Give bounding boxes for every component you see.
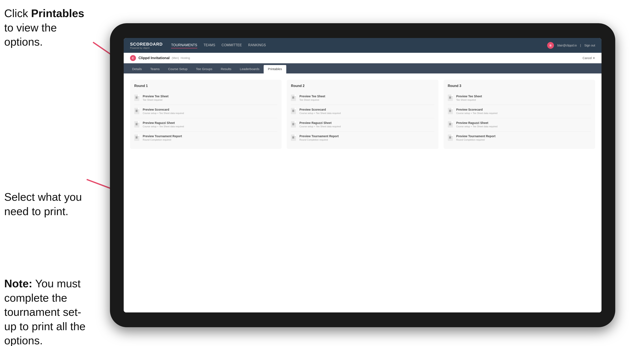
round3-scorecard-label: Preview Scorecard bbox=[456, 108, 591, 111]
tab-course-setup[interactable]: Course Setup bbox=[164, 65, 192, 73]
nav-link-tournaments[interactable]: TOURNAMENTS bbox=[171, 42, 197, 48]
tab-leaderboards[interactable]: Leaderboards bbox=[236, 65, 264, 73]
nav-link-rankings[interactable]: RANKINGS bbox=[248, 42, 266, 48]
round1-raguzzi-label: Preview Raguzzi Sheet bbox=[143, 121, 278, 125]
svg-rect-22 bbox=[292, 98, 294, 98]
round-2-column: Round 2 Preview Tee Sheet Tee Sheet requ… bbox=[287, 80, 438, 149]
svg-rect-6 bbox=[136, 98, 137, 98]
doc-svg-2 bbox=[136, 110, 138, 113]
scoreboard-title: SCOREBOARD bbox=[130, 42, 162, 47]
tournament-meta: (Men) bbox=[172, 56, 179, 59]
round3-scorecard-text: Preview Scorecard Course setup + Tee She… bbox=[456, 108, 591, 114]
round1-tee-sheet[interactable]: Preview Tee Sheet Tee Sheet required bbox=[134, 92, 278, 105]
nav-link-committee[interactable]: COMMITTEE bbox=[222, 42, 242, 48]
round3-raguzzi-text: Preview Raguzzi Sheet Course setup + Tee… bbox=[456, 121, 591, 128]
round2-scorecard-label: Preview Scorecard bbox=[300, 108, 434, 111]
round1-raguzzi[interactable]: Preview Raguzzi Sheet Course setup + Tee… bbox=[134, 118, 278, 132]
svg-rect-49 bbox=[450, 137, 451, 137]
scoreboard-sub: Powered by clipp'd bbox=[130, 47, 162, 49]
svg-rect-41 bbox=[450, 110, 451, 111]
sign-out-link[interactable]: Sign out bbox=[584, 44, 595, 47]
nav-link-teams[interactable]: TEAMS bbox=[204, 42, 215, 48]
tab-printables[interactable]: Printables bbox=[264, 65, 286, 73]
tablet-frame: SCOREBOARD Powered by clipp'd TOURNAMENT… bbox=[110, 23, 615, 327]
round2-scorecard[interactable]: Preview Scorecard Course setup + Tee She… bbox=[291, 105, 434, 118]
svg-rect-14 bbox=[136, 124, 137, 124]
svg-rect-33 bbox=[292, 137, 294, 137]
svg-rect-38 bbox=[450, 98, 451, 98]
svg-rect-31 bbox=[292, 125, 294, 125]
round3-tee-sheet[interactable]: Preview Tee Sheet Tee Sheet required bbox=[448, 92, 591, 105]
round-3-column: Round 3 Preview Tee Sheet Tee Sheet requ… bbox=[444, 80, 595, 149]
round1-scorecard-text: Preview Scorecard Course setup + Tee She… bbox=[143, 108, 278, 114]
round1-scorecard[interactable]: Preview Scorecard Course setup + Tee She… bbox=[134, 105, 278, 118]
tab-results[interactable]: Results bbox=[216, 65, 236, 73]
round2-raguzzi[interactable]: Preview Raguzzi Sheet Course setup + Tee… bbox=[291, 118, 434, 132]
round1-tee-sheet-desc: Tee Sheet required bbox=[143, 99, 278, 101]
top-nav-links: TOURNAMENTS TEAMS COMMITTEE RANKINGS bbox=[171, 42, 547, 48]
cancel-button[interactable]: Cancel ✕ bbox=[583, 56, 595, 60]
round3-scorecard-icon bbox=[448, 108, 454, 115]
round2-report-desc: Round Completion required bbox=[300, 139, 434, 141]
round2-tee-sheet-desc: Tee Sheet required bbox=[300, 99, 434, 101]
tab-teams[interactable]: Teams bbox=[146, 65, 164, 73]
instruction-middle-text: Select what you need to print. bbox=[4, 191, 82, 217]
instruction-bottom-text: Note: You must complete the tournament s… bbox=[4, 277, 86, 346]
round2-scorecard-desc: Course setup + Tee Sheet data required bbox=[300, 112, 434, 114]
round2-tee-sheet[interactable]: Preview Tee Sheet Tee Sheet required bbox=[291, 92, 434, 105]
tab-tee-groups[interactable]: Tee Groups bbox=[192, 65, 217, 73]
hosting-label: Hosting bbox=[180, 56, 190, 59]
sub-header: C Clippd Invitational (Men) Hosting Canc… bbox=[124, 53, 602, 63]
doc-svg-3 bbox=[136, 123, 138, 126]
svg-rect-25 bbox=[292, 110, 294, 111]
svg-rect-35 bbox=[292, 138, 294, 138]
round1-raguzzi-text: Preview Raguzzi Sheet Course setup + Tee… bbox=[143, 121, 278, 128]
tournament-icon: C bbox=[130, 55, 136, 61]
svg-rect-51 bbox=[450, 138, 450, 138]
doc-svg bbox=[136, 96, 138, 99]
svg-rect-42 bbox=[450, 111, 451, 111]
round3-tournament-report[interactable]: Preview Tournament Report Round Completi… bbox=[448, 132, 591, 145]
round3-raguzzi-icon bbox=[448, 121, 454, 128]
round2-raguzzi-label: Preview Raguzzi Sheet bbox=[300, 121, 434, 125]
svg-rect-15 bbox=[136, 125, 137, 125]
instruction-top-text: Click Printables to view the options. bbox=[4, 7, 84, 48]
round1-tee-sheet-text: Preview Tee Sheet Tee Sheet required bbox=[143, 95, 278, 101]
round1-report-label: Preview Tournament Report bbox=[143, 135, 278, 138]
round3-raguzzi[interactable]: Preview Raguzzi Sheet Course setup + Tee… bbox=[448, 118, 591, 132]
round2-tee-sheet-icon bbox=[291, 95, 297, 102]
round3-tee-sheet-icon bbox=[448, 95, 454, 102]
round1-tournament-report[interactable]: Preview Tournament Report Round Completi… bbox=[134, 132, 278, 145]
round3-report-text: Preview Tournament Report Round Completi… bbox=[456, 135, 591, 141]
round3-report-icon bbox=[448, 135, 454, 142]
doc-svg-4 bbox=[136, 136, 138, 139]
scoreboard-brand: SCOREBOARD Powered by clipp'd bbox=[130, 42, 162, 49]
round3-raguzzi-label: Preview Raguzzi Sheet bbox=[456, 121, 591, 125]
round1-scorecard-label: Preview Scorecard bbox=[143, 108, 278, 111]
round3-tee-sheet-text: Preview Tee Sheet Tee Sheet required bbox=[456, 95, 591, 101]
svg-rect-46 bbox=[450, 124, 451, 124]
svg-rect-9 bbox=[136, 110, 137, 111]
round2-report-text: Preview Tournament Report Round Completi… bbox=[300, 135, 434, 141]
round2-tee-sheet-text: Preview Tee Sheet Tee Sheet required bbox=[300, 95, 434, 101]
top-nav-right: B blair@clippd.io | Sign out bbox=[547, 42, 595, 49]
round3-tee-sheet-label: Preview Tee Sheet bbox=[456, 95, 591, 98]
tournament-name: Clippd Invitational bbox=[138, 56, 170, 60]
svg-rect-30 bbox=[292, 124, 294, 124]
round-2-title: Round 2 bbox=[291, 84, 434, 88]
round2-scorecard-icon bbox=[291, 108, 297, 115]
round3-scorecard-desc: Course setup + Tee Sheet data required bbox=[456, 112, 591, 114]
round3-scorecard[interactable]: Preview Scorecard Course setup + Tee She… bbox=[448, 105, 591, 118]
user-avatar: B bbox=[547, 42, 554, 49]
round1-scorecard-desc: Course setup + Tee Sheet data required bbox=[143, 112, 278, 114]
round2-report-label: Preview Tournament Report bbox=[300, 135, 434, 138]
svg-rect-47 bbox=[450, 125, 450, 125]
round3-report-label: Preview Tournament Report bbox=[456, 135, 591, 138]
round2-tournament-report[interactable]: Preview Tournament Report Round Completi… bbox=[291, 132, 434, 145]
svg-rect-10 bbox=[136, 111, 137, 111]
tab-bar: Details Teams Course Setup Tee Groups Re… bbox=[124, 63, 602, 73]
user-email: blair@clippd.io bbox=[557, 44, 577, 47]
tab-details[interactable]: Details bbox=[128, 65, 146, 73]
svg-rect-23 bbox=[292, 98, 294, 98]
svg-rect-39 bbox=[450, 98, 450, 98]
